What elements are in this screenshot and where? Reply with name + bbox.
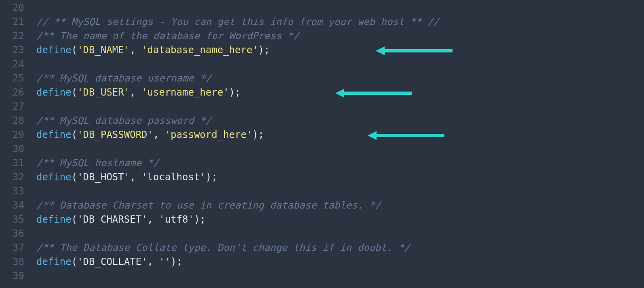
svg-marker-5 (368, 131, 377, 140)
code-line[interactable]: define('DB_USER', 'username_here'); (36, 86, 644, 100)
code-line[interactable] (36, 269, 644, 283)
code-line[interactable]: /** MySQL database password */ (36, 114, 644, 128)
code-line[interactable]: define('DB_PASSWORD', 'password_here'); (36, 128, 644, 142)
code-line[interactable] (36, 227, 644, 241)
code-line[interactable]: /** Database Charset to use in creating … (36, 198, 644, 213)
line-number: 35 (0, 213, 24, 227)
code-token: 'username_here' (141, 87, 229, 98)
code-token: ); (229, 87, 241, 98)
code-token: 'DB_USER' (77, 87, 130, 98)
svg-marker-1 (376, 46, 385, 55)
line-number: 28 (0, 114, 24, 128)
code-line[interactable]: /** The Database Collate type. Don't cha… (36, 241, 644, 255)
code-line[interactable]: /** MySQL hostname */ (36, 156, 644, 170)
code-line[interactable] (36, 142, 644, 156)
line-number: 21 (0, 15, 24, 29)
line-number: 23 (0, 43, 24, 57)
code-line[interactable]: /** The name of the database for WordPre… (36, 29, 644, 43)
line-number: 33 (0, 184, 24, 198)
code-line[interactable]: /** MySQL database username */ (36, 71, 644, 86)
line-number: 37 (0, 241, 24, 255)
line-number: 36 (0, 227, 24, 241)
code-token: ( (72, 214, 77, 225)
code-token: /** Database Charset to use in creating … (36, 200, 381, 211)
code-token: 'DB_NAME' (77, 44, 130, 56)
code-token: , (130, 87, 141, 98)
svg-marker-3 (335, 89, 344, 98)
code-token: ( (72, 129, 77, 140)
annotation-arrow-icon (368, 131, 444, 136)
code-token: // ** MySQL settings - You can get this … (36, 16, 439, 27)
code-token: ); (170, 256, 182, 267)
code-token: 'utf8' (159, 214, 194, 225)
code-line[interactable] (36, 184, 644, 198)
code-token: , (147, 214, 159, 225)
code-line[interactable]: define('DB_CHARSET', 'utf8'); (36, 213, 644, 227)
code-token: /** MySQL hostname */ (36, 157, 159, 169)
code-token: /** MySQL database username */ (36, 73, 211, 84)
code-token: /** MySQL database password */ (36, 115, 211, 126)
code-token: ( (72, 256, 77, 267)
line-number: 26 (0, 86, 24, 100)
line-number: 32 (0, 170, 24, 184)
code-token: , (147, 256, 159, 267)
code-token: 'localhost' (141, 171, 206, 183)
code-token: /** The Database Collate type. Don't cha… (36, 242, 410, 253)
code-token: define (36, 87, 72, 98)
code-token: , (153, 129, 165, 140)
code-token: , (130, 44, 141, 56)
code-line[interactable] (36, 57, 644, 71)
code-token: 'DB_PASSWORD' (77, 129, 153, 140)
code-token: 'DB_HOST' (77, 171, 130, 183)
code-token: ( (72, 87, 77, 98)
line-number: 20 (0, 1, 24, 15)
code-token: define (36, 214, 72, 225)
code-token: ); (206, 171, 217, 183)
code-token: 'DB_COLLATE' (77, 256, 147, 267)
code-token: define (36, 44, 72, 56)
line-number: 34 (0, 198, 24, 213)
line-number: 22 (0, 29, 24, 43)
line-number: 24 (0, 57, 24, 71)
line-number: 39 (0, 269, 24, 283)
code-token: 'password_here' (165, 129, 253, 140)
annotation-arrow-icon (376, 46, 452, 51)
line-number: 30 (0, 142, 24, 156)
code-line[interactable]: define('DB_HOST', 'localhost'); (36, 170, 644, 184)
line-number: 38 (0, 255, 24, 269)
code-line[interactable] (36, 100, 644, 114)
code-token: ( (72, 44, 77, 56)
code-token: ); (258, 44, 270, 56)
code-token: /** The name of the database for WordPre… (36, 30, 299, 42)
code-line[interactable] (36, 1, 644, 15)
line-number: 31 (0, 156, 24, 170)
code-area[interactable]: // ** MySQL settings - You can get this … (36, 1, 644, 283)
code-token: ); (194, 214, 206, 225)
code-token: ( (72, 171, 77, 183)
code-line[interactable]: define('DB_COLLATE', ''); (36, 255, 644, 269)
code-token: define (36, 129, 72, 140)
annotation-arrow-icon (335, 89, 412, 94)
code-token: ); (253, 129, 264, 140)
line-number: 27 (0, 100, 24, 114)
code-token: 'database_name_here' (141, 44, 258, 56)
code-token: , (130, 171, 141, 183)
code-token: define (36, 171, 72, 183)
code-editor[interactable]: 2021222324252627282930313233343536373839… (0, 0, 644, 283)
line-number: 25 (0, 71, 24, 86)
line-number-gutter: 2021222324252627282930313233343536373839 (0, 1, 36, 283)
code-token: define (36, 256, 72, 267)
code-line[interactable]: // ** MySQL settings - You can get this … (36, 15, 644, 29)
code-token: '' (159, 256, 170, 267)
code-line[interactable]: define('DB_NAME', 'database_name_here'); (36, 43, 644, 57)
line-number: 29 (0, 128, 24, 142)
code-token: 'DB_CHARSET' (77, 214, 147, 225)
